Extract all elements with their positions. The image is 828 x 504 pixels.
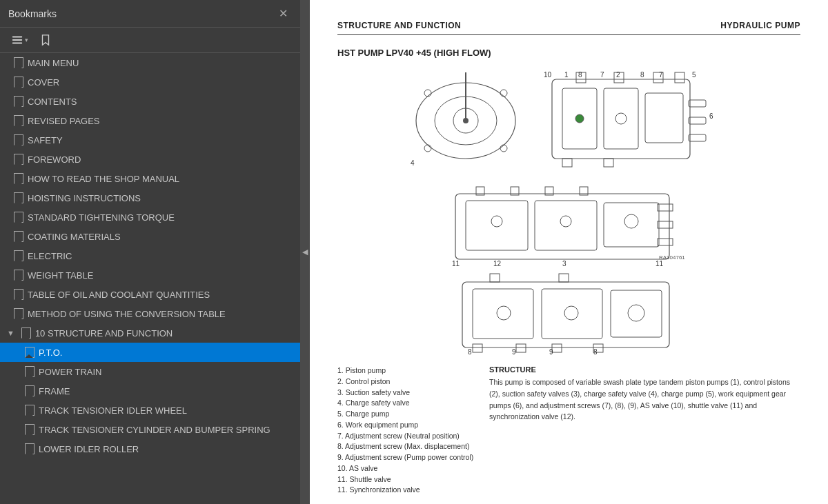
- svg-rect-22: [604, 159, 613, 167]
- bookmark-label: FRAME: [39, 386, 293, 396]
- svg-rect-38: [466, 201, 528, 250]
- document-panel: STRUCTURE AND FUNCTION HYDRAULIC PUMP HS…: [310, 0, 828, 504]
- bookmarks-title: Bookmarks: [8, 8, 57, 19]
- bookmark-label: ELECTRIC: [28, 251, 293, 261]
- bookmark-item-frame[interactable]: FRAME: [0, 381, 300, 401]
- bookmark-item-conversion[interactable]: METHOD OF USING THE CONVERSION TABLE: [0, 304, 300, 323]
- svg-text:11: 11: [452, 260, 460, 266]
- svg-rect-16: [645, 93, 683, 143]
- svg-text:9: 9: [549, 348, 553, 354]
- bookmark-ribbon-icon: [25, 443, 33, 454]
- bookmark-ribbon-icon: [25, 366, 33, 377]
- bookmark-item-safety[interactable]: SAFETY: [0, 130, 300, 150]
- doc-header-right: HYDRAULIC PUMP: [720, 21, 800, 30]
- svg-text:7: 7: [659, 71, 663, 79]
- bookmark-item-hoisting[interactable]: HOISTING INSTRUCTIONS: [0, 188, 300, 208]
- bookmark-ribbon-icon: [14, 134, 22, 145]
- bookmark-ribbon-icon: [14, 231, 22, 242]
- parts-list: 1. Piston pump 2. Control piston 3. Suct…: [337, 365, 475, 496]
- bookmark-label: TABLE OF OIL AND COOLANT QUANTITIES: [28, 290, 293, 300]
- bookmark-ribbon-icon: [14, 57, 22, 68]
- bookmark-item-how-to-read[interactable]: HOW TO READ THE SHOP MANUAL: [0, 169, 300, 188]
- bookmark-item-foreword[interactable]: FOREWORD: [0, 150, 300, 169]
- toolbar-list-button[interactable]: ▾: [7, 32, 32, 48]
- svg-text:9: 9: [512, 348, 516, 354]
- svg-rect-20: [675, 72, 684, 83]
- svg-rect-58: [542, 289, 602, 339]
- bookmark-item-pto[interactable]: P.T.O.: [0, 343, 300, 362]
- dropdown-arrow: ▾: [25, 37, 28, 43]
- svg-text:6: 6: [709, 112, 713, 120]
- bookmark-ribbon-icon: [14, 289, 22, 300]
- bookmark-ribbon-icon: [14, 77, 22, 88]
- svg-text:8: 8: [640, 71, 644, 79]
- svg-point-47: [624, 214, 638, 228]
- bookmark-item-contents[interactable]: CONTENTS: [0, 92, 300, 111]
- bookmark-ribbon-icon: [25, 347, 33, 358]
- svg-text:3: 3: [562, 260, 566, 266]
- svg-text:7: 7: [600, 71, 604, 79]
- close-button[interactable]: ✕: [275, 6, 292, 21]
- bookmark-item-std-torque[interactable]: STANDARD TIGHTENING TORQUE: [0, 208, 300, 227]
- svg-text:4: 4: [411, 159, 415, 167]
- doc-bottom-section: 1. Piston pump 2. Control piston 3. Suct…: [337, 365, 800, 496]
- panel-collapse-button[interactable]: ◀: [300, 0, 310, 504]
- toolbar-bookmark-button[interactable]: [35, 32, 56, 48]
- bookmark-ribbon-icon: [14, 250, 22, 261]
- svg-rect-64: [516, 344, 526, 352]
- bookmark-item-revised-pages[interactable]: REVISED PAGES: [0, 111, 300, 130]
- bookmark-item-track-tensioner-cyl[interactable]: TRACK TENSIONER CYLINDER AND BUMPER SPRI…: [0, 420, 300, 439]
- bookmark-ribbon-icon: [14, 154, 22, 165]
- bookmark-label: WEIGHT TABLE: [28, 270, 293, 281]
- svg-text:5: 5: [692, 71, 696, 79]
- bookmark-label: COVER: [28, 77, 293, 88]
- structure-heading: STRUCTURE: [489, 365, 800, 374]
- bookmark-icon: [39, 34, 52, 46]
- bookmark-item-lower-idler[interactable]: LOWER IDLER ROLLER: [0, 439, 300, 458]
- structure-body: This pump is composed of variable swash …: [489, 376, 800, 423]
- bookmark-ribbon-icon: [14, 96, 22, 107]
- doc-content: STRUCTURE AND FUNCTION HYDRAULIC PUMP HS…: [310, 0, 828, 504]
- svg-text:1: 1: [564, 71, 569, 79]
- svg-text:11: 11: [656, 260, 664, 266]
- bookmark-label: POWER TRAIN: [39, 367, 293, 377]
- svg-text:RA304761: RA304761: [659, 254, 685, 261]
- parts-list-item: 5. Charge pump: [337, 409, 475, 420]
- parts-list-item: 9. Adjustment screw (Pump power control): [337, 452, 475, 463]
- bookmark-item-weight-table[interactable]: WEIGHT TABLE: [0, 265, 300, 285]
- svg-rect-13: [552, 79, 690, 159]
- svg-rect-2: [12, 43, 22, 44]
- parts-list-item: 7. Adjustment screw (Neutral position): [337, 431, 475, 442]
- svg-rect-65: [552, 344, 562, 352]
- bookmark-item-10-structure[interactable]: ▼ 10 STRUCTURE AND FUNCTION: [0, 323, 300, 343]
- parts-list-item: 2. Control piston: [337, 376, 475, 387]
- bookmark-item-electric[interactable]: ELECTRIC: [0, 246, 300, 265]
- bookmark-item-main-menu[interactable]: MAIN MENU: [0, 53, 300, 72]
- svg-point-7: [424, 90, 431, 97]
- bookmark-label: FOREWORD: [28, 154, 293, 165]
- svg-rect-56: [462, 282, 669, 347]
- bookmark-label: 10 STRUCTURE AND FUNCTION: [35, 328, 293, 339]
- doc-header: STRUCTURE AND FUNCTION HYDRAULIC PUMP: [337, 21, 800, 35]
- svg-point-26: [615, 113, 627, 124]
- svg-point-10: [500, 145, 507, 152]
- svg-point-60: [497, 306, 511, 320]
- bookmark-item-coating[interactable]: COATING MATERIALS: [0, 227, 300, 246]
- bookmarks-header: Bookmarks ✕: [0, 0, 300, 28]
- svg-text:2: 2: [616, 71, 620, 79]
- svg-rect-0: [12, 37, 22, 38]
- parts-list-item: 8. Adjustment screw (Max. displacement): [337, 441, 475, 452]
- parts-list-item: 11. Shuttle valve: [337, 474, 475, 485]
- bookmark-ribbon-icon: [14, 192, 22, 203]
- svg-rect-37: [455, 194, 669, 259]
- expand-arrow: ▼: [7, 329, 14, 337]
- bookmark-item-track-tensioner[interactable]: TRACK TENSIONER IDLER WHEEL: [0, 401, 300, 420]
- svg-rect-21: [562, 159, 572, 167]
- pump-diagram-mid: 11 12 3 11 RA304761: [400, 177, 738, 266]
- bookmark-item-cover[interactable]: COVER: [0, 72, 300, 92]
- diagrams-section: 4: [337, 69, 800, 354]
- bookmark-item-power-train[interactable]: POWER TRAIN: [0, 362, 300, 381]
- bookmark-item-table-oil[interactable]: TABLE OF OIL AND COOLANT QUANTITIES: [0, 285, 300, 304]
- svg-text:8: 8: [468, 348, 472, 354]
- bookmark-ribbon-icon: [21, 327, 30, 339]
